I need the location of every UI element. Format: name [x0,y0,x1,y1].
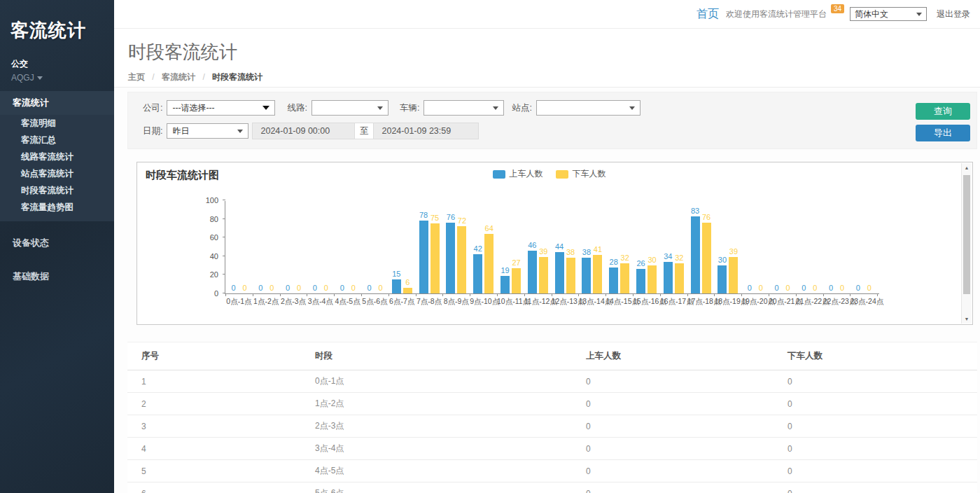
date-to-separator: 至 [354,123,374,139]
bar [457,226,466,293]
x-axis-tick [253,293,253,296]
x-axis-tick-label: 12点-13点 [552,297,579,307]
table-header-row: 序号时段上车人数下车人数 [127,342,977,370]
bar [500,276,510,293]
sidebar: 客流统计 公交 AQGJ 客流统计 客流明细客流汇总线路客流统计站点客流统计时段… [0,0,114,493]
date-to-input[interactable]: 2024-01-09 23:59 [374,123,479,139]
app-logo: 客流统计 [0,0,114,43]
sidebar-item[interactable]: 基础数据 [0,265,114,289]
station-select[interactable] [536,100,640,116]
vehicle-select[interactable] [424,100,504,116]
breadcrumb-home[interactable]: 主页 [128,72,145,82]
table-cell: 5 [127,460,301,482]
bar [636,269,645,293]
x-axis-tick-label: 14点-15点 [606,297,633,307]
table-cell: 0 [572,460,774,482]
bar [702,223,711,293]
x-axis-tick [769,293,769,296]
export-button[interactable]: 导出 [916,125,970,141]
date-preset-select[interactable]: 昨日 [167,123,248,139]
table-cell: 0 [774,370,977,393]
query-button[interactable]: 查询 [916,103,970,120]
table-cell: 0 [572,415,774,438]
welcome-text: 欢迎使用客流统计管理平台 [726,8,827,20]
x-axis-tick-label: 10点-11点 [497,297,524,307]
y-axis-tick [223,200,225,200]
x-axis-tick [388,293,389,296]
bar [691,216,700,293]
legend-swatch [556,170,568,179]
table-header-cell: 序号 [127,342,301,370]
sidebar-item[interactable]: 站点客流统计 [0,165,114,182]
table-cell: 4点-5点 [301,460,572,482]
scroll-up-arrow-icon[interactable]: ▲ [962,165,972,170]
bar [609,268,618,293]
y-axis-tick-label: 100 [197,196,218,204]
x-axis-tick [334,293,335,296]
chevron-down-icon [629,106,635,110]
sidebar-item[interactable]: 客流明细 [0,115,114,132]
x-axis-tick-label: 17点-18点 [687,297,715,307]
date-label: 日期: [143,125,162,137]
x-axis-tick-label: 8点-9点 [442,297,470,307]
sidebar-item[interactable]: 时段客流统计 [0,182,114,199]
sidebar-item[interactable]: 线路客流统计 [0,148,114,165]
language-select[interactable]: 简体中文 [850,7,927,21]
table-cell: 4 [127,438,301,460]
x-axis-tick [578,293,579,296]
table-row[interactable]: 32点-3点00 [127,415,977,438]
x-axis-tick-label: 0点-1点 [225,297,253,307]
company-select[interactable]: ---请选择--- [167,100,275,116]
bar [566,258,575,293]
bar [675,263,684,293]
y-axis-tick-label: 80 [197,215,218,223]
x-axis-tick-label: 13点-14点 [578,297,606,307]
chevron-down-icon [493,106,498,110]
home-link[interactable]: 首页 [696,7,719,22]
table-cell: 5点-6点 [301,482,572,493]
breadcrumb-section[interactable]: 客流统计 [162,72,195,82]
table-cell: 3点-4点 [301,438,572,460]
scroll-down-arrow-icon[interactable]: ▼ [962,317,972,321]
date-from-input[interactable]: 2024-01-09 00:00 [252,123,354,139]
org-code-dropdown[interactable]: AQGJ [0,70,114,91]
logout-link[interactable]: 退出登录 [937,8,970,20]
x-axis-tick [280,293,281,296]
table-row[interactable]: 65点-6点00 [127,482,977,493]
table-row[interactable]: 54点-5点00 [127,460,977,482]
table-row[interactable]: 10点-1点00 [127,370,977,393]
x-axis-tick-label: 19点-20点 [741,297,769,307]
table-header-cell: 下车人数 [774,342,977,370]
bar [539,257,548,293]
sidebar-item[interactable]: 客流汇总 [0,132,114,148]
bar-value-label: 6 [398,278,417,286]
y-axis-tick-label: 60 [197,233,218,242]
notification-badge[interactable]: 34 [831,4,844,13]
table-cell: 0 [774,460,977,482]
chevron-down-icon [37,76,43,80]
bar-value-label: 64 [479,224,498,232]
bar [528,251,537,293]
y-axis-tick [223,274,225,275]
table-cell: 0点-1点 [301,370,572,393]
menu-group-passenger-stats: 客流统计 客流明细客流汇总线路客流统计站点客流统计时段客流统计客流量趋势图 [0,91,114,221]
table-row[interactable]: 43点-4点00 [127,438,977,460]
line-select[interactable] [312,100,388,116]
table-cell: 2 [127,393,301,415]
x-axis-tick [225,293,226,296]
sidebar-item[interactable]: 客流量趋势图 [0,199,114,216]
sidebar-item[interactable]: 设备状态 [0,231,114,255]
bar [446,223,455,293]
bar [620,263,629,293]
x-axis-tick [714,293,715,296]
chart-scrollbar[interactable]: ▲ ▼ [961,163,972,324]
bar [555,252,564,293]
scrollbar-thumb[interactable] [963,175,970,294]
table-row[interactable]: 21点-2点00 [127,393,977,415]
x-axis-tick [307,293,307,296]
x-axis-tick [361,293,362,296]
sidebar-item-passenger-stats[interactable]: 客流统计 [0,91,114,115]
chevron-down-icon [916,13,922,16]
x-axis-tick [741,293,742,296]
legend-swatch [493,170,505,179]
